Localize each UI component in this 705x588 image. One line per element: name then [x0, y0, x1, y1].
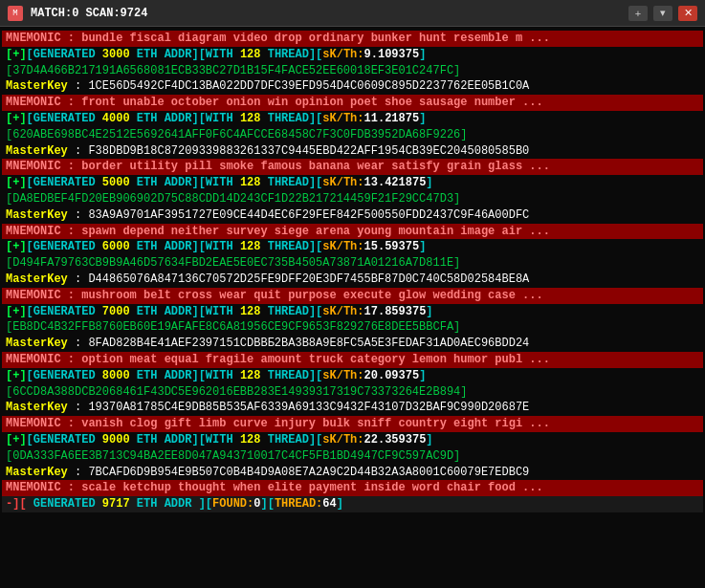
terminal-line-19: MasterKey : 8FAD828B4E41AEF2397151CDBBБ2…	[2, 336, 703, 352]
dropdown-button[interactable]: ▾	[653, 6, 672, 21]
terminal-line-26: [0DA333FA6EE3B713C94BA2EE8D047A943710017…	[2, 448, 703, 465]
terminal-line-29: -][ GENERATED 9717 ETH ADDR ][FOUND:0][T…	[2, 496, 703, 512]
terminal-line-10: [DA8EDBEF4FD20EB906902D75C88CDD14D243CF1…	[2, 191, 703, 207]
terminal-line-14: [D494FA79763CB9B9A46D57634FBD2EAE5E0EC73…	[2, 255, 703, 272]
terminal-line-23: MasterKey : 19370A81785C4E9DB85B535AF633…	[2, 400, 703, 416]
terminal-line-13: [+][GENERATED 6000 ETH ADDR][WITH 128 TH…	[2, 239, 703, 255]
terminal-line-0: MNEMONIC : bundle fiscal diagram video d…	[2, 31, 703, 47]
terminal-line-25: [+][GENERATED 9000 ETH ADDR][WITH 128 TH…	[2, 432, 703, 448]
terminal-line-27: MasterKey : 7BCAFD6D9B954E9B507C0B4B4D9A…	[2, 465, 703, 481]
terminal-line-8: MNEMONIC : border utility pill smoke fam…	[2, 159, 703, 175]
terminal-line-11: MasterKey : 83A9A9701AF3951727E09CE44D4E…	[2, 207, 703, 224]
terminal-line-5: [+][GENERATED 4000 ETH ADDR][WITH 128 TH…	[2, 111, 703, 127]
terminal-line-9: [+][GENERATED 5000 ETH ADDR][WITH 128 TH…	[2, 175, 703, 191]
terminal-line-16: MNEMONIC : mushroom belt cross wear quit…	[2, 288, 703, 304]
terminal-line-17: [+][GENERATED 7000 ETH ADDR][WITH 128 TH…	[2, 304, 703, 320]
app-icon: M	[8, 6, 23, 21]
terminal-line-22: [6CCD8A388DCB2068461F43DC5E962016EBB283E…	[2, 384, 703, 401]
terminal-line-28: MNEMONIC : scale ketchup thought when el…	[2, 480, 703, 496]
terminal-line-6: [620ABE698BC4E2512E5692641AFF0F6C4AFCCE6…	[2, 127, 703, 143]
terminal-line-21: [+][GENERATED 8000 ETH ADDR][WITH 128 TH…	[2, 368, 703, 384]
terminal-line-18: [EB8DC4B32FFB8760EB60E19AFAFE8C6A81956CE…	[2, 319, 703, 336]
terminal-line-1: [+][GENERATED 3000 ETH ADDR][WITH 128 TH…	[2, 47, 703, 63]
terminal: MNEMONIC : bundle fiscal diagram video d…	[0, 27, 705, 588]
terminal-line-12: MNEMONIC : spawn depend neither survey s…	[2, 224, 703, 240]
terminal-line-24: MNEMONIC : vanish clog gift limb curve i…	[2, 416, 703, 432]
terminal-line-3: MasterKey : 1CE56D5492CF4DC13BA022DD7DFC…	[2, 78, 703, 95]
terminal-line-4: MNEMONIC : front unable october onion wi…	[2, 95, 703, 111]
terminal-line-7: MasterKey : F38DBD9B18C87209339883261337…	[2, 143, 703, 160]
terminal-line-20: MNEMONIC : option meat equal fragile amo…	[2, 352, 703, 368]
terminal-line-15: MasterKey : D44865076A847136C70572D25FE9…	[2, 272, 703, 288]
terminal-line-2: [37D4A466B217191A6568081ECB33BC27D1B15F4…	[2, 63, 703, 79]
add-button[interactable]: +	[628, 6, 648, 21]
title-bar: M MATCH:0 SCAN:9724 + ▾ ✕	[0, 0, 705, 27]
close-button[interactable]: ✕	[678, 6, 697, 21]
title-text: MATCH:0 SCAN:9724	[31, 7, 147, 20]
